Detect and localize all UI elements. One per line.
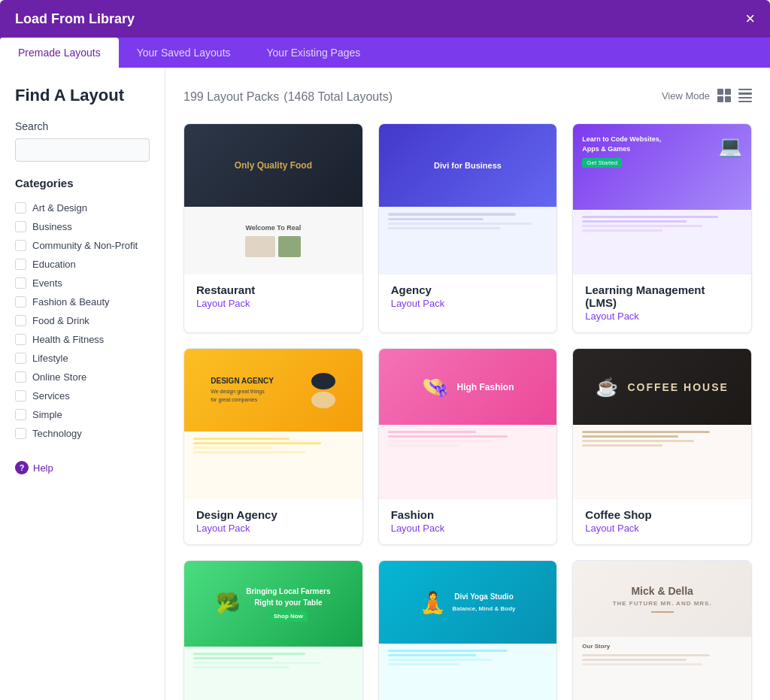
category-item-events[interactable]: Events [15, 274, 150, 292]
card-coffee-shop-image: ☕ COFFEE HOUSE [573, 349, 751, 499]
modal-container: Load From Library × Premade Layouts Your… [0, 0, 770, 700]
category-checkbox-events[interactable] [15, 277, 26, 289]
card-agency[interactable]: Divi for Business Agency Layout Pack [378, 123, 558, 333]
card-farmers-market-image: 🥦 Bringing Local FarmersRight to your Ta… [184, 561, 362, 700]
category-checkbox-art[interactable] [15, 202, 26, 214]
card-restaurant-image: Only Quality Food Welcome To Real [184, 124, 362, 274]
card-fashion-image: 👒 High Fashion [379, 349, 557, 499]
close-button[interactable]: × [745, 11, 755, 27]
card-coffee-shop-type: Layout Pack [585, 523, 739, 534]
card-lms-info: Learning Management (LMS) Layout Pack [573, 274, 751, 332]
category-checkbox-education[interactable] [15, 259, 26, 270]
category-checkbox-food[interactable] [15, 315, 26, 326]
card-restaurant[interactable]: Only Quality Food Welcome To Real Restau… [183, 123, 363, 333]
main-content: 199 Layout Packs (1468 Total Layouts) Vi… [165, 68, 770, 700]
category-label-business: Business [32, 221, 72, 232]
categories-title: Categories [15, 177, 150, 189]
list-view-icon[interactable] [738, 89, 752, 102]
category-checkbox-fashion[interactable] [15, 296, 26, 308]
search-label: Search [15, 120, 150, 132]
card-design-agency-type: Layout Pack [196, 523, 350, 534]
category-label-community: Community & Non-Profit [32, 240, 138, 251]
category-checkbox-lifestyle[interactable] [15, 353, 26, 364]
category-checkbox-services[interactable] [15, 390, 26, 402]
category-item-simple[interactable]: Simple [15, 405, 150, 424]
category-checkbox-health[interactable] [15, 334, 26, 345]
layout-count: 199 Layout Packs (1468 Total Layouts) [183, 86, 393, 105]
category-item-business[interactable]: Business [15, 217, 150, 236]
category-checkbox-business[interactable] [15, 221, 26, 232]
category-label-lifestyle: Lifestyle [32, 353, 68, 364]
layout-grid: Only Quality Food Welcome To Real Restau… [183, 123, 752, 700]
card-agency-name: Agency [391, 283, 545, 296]
grid-view-icon[interactable] [717, 89, 731, 102]
category-checkbox-online[interactable] [15, 371, 26, 383]
card-fashion-type: Layout Pack [391, 523, 545, 534]
category-item-art[interactable]: Art & Design [15, 198, 150, 217]
card-lms-image: Learn to Code Websites,Apps & Games Get … [573, 124, 751, 274]
sidebar-title: Find A Layout [15, 86, 150, 105]
card-design-agency-image: DESIGN AGENCY We design great thingsfor … [184, 349, 362, 499]
card-yoga-studio-image: 🧘 Divi Yoga StudioBalance, Mind & Body [379, 561, 557, 700]
category-item-community[interactable]: Community & Non-Profit [15, 236, 150, 255]
help-icon: ? [15, 461, 29, 474]
view-mode-label: View Mode [662, 90, 710, 102]
category-label-technology: Technology [32, 428, 82, 439]
card-coffee-shop-info: Coffee Shop Layout Pack [573, 499, 751, 544]
card-wedding-image: Mick & Della THE FUTURE MR. AND MRS. Our… [573, 561, 751, 700]
card-fashion-name: Fashion [391, 508, 545, 521]
tab-premade-layouts[interactable]: Premade Layouts [0, 38, 119, 68]
card-fashion[interactable]: 👒 High Fashion Fashion Layout Pack [378, 348, 558, 545]
tabs-bar: Premade Layouts Your Saved Layouts Your … [0, 38, 770, 68]
category-checkbox-technology[interactable] [15, 428, 26, 439]
tab-existing-pages[interactable]: Your Existing Pages [249, 38, 379, 68]
category-label-education: Education [32, 259, 76, 270]
category-label-simple: Simple [32, 409, 62, 420]
card-fashion-info: Fashion Layout Pack [379, 499, 557, 544]
category-list: Art & Design Business Community & Non-Pr… [15, 198, 150, 443]
category-item-education[interactable]: Education [15, 255, 150, 274]
sidebar: Find A Layout Search Categories Art & De… [0, 68, 165, 700]
card-restaurant-info: Restaurant Layout Pack [184, 274, 362, 320]
category-item-online[interactable]: Online Store [15, 368, 150, 386]
category-item-food[interactable]: Food & Drink [15, 311, 150, 330]
card-farmers-market[interactable]: 🥦 Bringing Local FarmersRight to your Ta… [183, 560, 363, 700]
card-agency-info: Agency Layout Pack [379, 274, 557, 320]
category-item-services[interactable]: Services [15, 386, 150, 405]
category-checkbox-simple[interactable] [15, 409, 26, 420]
category-label-fashion: Fashion & Beauty [32, 296, 110, 308]
card-restaurant-type: Layout Pack [196, 298, 350, 309]
tab-saved-layouts[interactable]: Your Saved Layouts [119, 38, 249, 68]
card-design-agency-name: Design Agency [196, 508, 350, 521]
total-label: (1468 Total Layouts) [283, 90, 393, 103]
card-agency-type: Layout Pack [391, 298, 545, 309]
card-lms[interactable]: Learn to Code Websites,Apps & Games Get … [572, 123, 752, 333]
category-item-health[interactable]: Health & Fitness [15, 330, 150, 349]
help-label: Help [33, 462, 53, 474]
category-label-online: Online Store [32, 371, 86, 383]
category-checkbox-community[interactable] [15, 240, 26, 251]
count-label: 199 Layout Packs [183, 90, 279, 103]
card-agency-image: Divi for Business [379, 124, 557, 274]
category-label-services: Services [32, 390, 70, 402]
card-lms-type: Layout Pack [585, 311, 739, 322]
search-input[interactable] [15, 138, 150, 162]
category-label-events: Events [32, 277, 62, 289]
modal-body: Find A Layout Search Categories Art & De… [0, 68, 770, 700]
card-design-agency[interactable]: DESIGN AGENCY We design great thingsfor … [183, 348, 363, 545]
category-item-technology[interactable]: Technology [15, 424, 150, 443]
main-header: 199 Layout Packs (1468 Total Layouts) Vi… [183, 86, 752, 105]
category-label-food: Food & Drink [32, 315, 89, 326]
card-lms-name: Learning Management (LMS) [585, 283, 739, 309]
card-yoga-studio[interactable]: 🧘 Divi Yoga StudioBalance, Mind & Body Y… [378, 560, 558, 700]
category-item-lifestyle[interactable]: Lifestyle [15, 349, 150, 368]
card-design-agency-info: Design Agency Layout Pack [184, 499, 362, 544]
category-item-fashion[interactable]: Fashion & Beauty [15, 292, 150, 311]
category-label-health: Health & Fitness [32, 334, 104, 345]
card-restaurant-name: Restaurant [196, 283, 350, 296]
modal-header: Load From Library × [0, 0, 770, 38]
help-button[interactable]: ? Help [15, 461, 53, 474]
modal-title: Load From Library [15, 11, 135, 27]
card-coffee-shop[interactable]: ☕ COFFEE HOUSE Coffee Shop Layout Pack [572, 348, 752, 545]
card-wedding[interactable]: Mick & Della THE FUTURE MR. AND MRS. Our… [572, 560, 752, 700]
